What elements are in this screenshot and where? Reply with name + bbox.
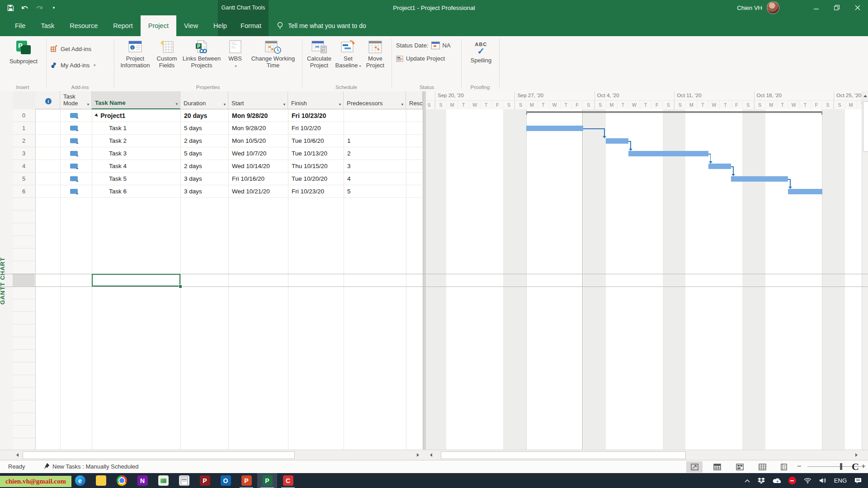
task-cell-start[interactable]: Wed 10/7/20 [228, 147, 288, 160]
project-information-button[interactable]: i Project Information [118, 38, 153, 70]
task-cell-mode[interactable] [60, 109, 92, 122]
task-cell-start[interactable]: Mon 10/5/20 [228, 135, 288, 147]
column-header-mode[interactable]: Task Mode▼ [60, 91, 92, 109]
report-view-button[interactable] [776, 461, 792, 473]
filter-arrow-icon[interactable]: ▼ [401, 103, 404, 107]
task-cell-mode[interactable] [60, 185, 92, 198]
task-usage-view-button[interactable] [709, 461, 725, 473]
tab-resource[interactable]: Resource [62, 15, 105, 36]
row-header[interactable] [13, 362, 35, 375]
row-header[interactable]: 4 [13, 160, 35, 173]
task-cell-duration[interactable]: 5 days [180, 147, 228, 160]
chart-scroll-left-button[interactable] [427, 451, 434, 459]
filter-arrow-icon[interactable]: ▼ [223, 103, 226, 107]
task-cell-name[interactable]: ▶Project1 [92, 109, 180, 122]
tab-view[interactable]: View [176, 15, 206, 36]
task-cell-res[interactable] [406, 147, 423, 160]
task-cell-name[interactable]: Task 1 [92, 122, 180, 135]
task-cell-finish[interactable]: Fri 10/2/20 [288, 122, 344, 135]
move-project-button[interactable]: Move Project [362, 38, 389, 70]
task-cell-finish[interactable]: Fri 10/23/20 [288, 109, 344, 122]
task-bar[interactable] [788, 189, 822, 194]
row-header[interactable] [13, 249, 35, 261]
row-header[interactable] [13, 286, 35, 299]
taskbar-app-onenote-icon[interactable]: N [132, 473, 152, 488]
wifi-icon[interactable] [804, 478, 811, 483]
task-cell-finish[interactable]: Fri 10/23/20 [288, 185, 344, 198]
chart-scroll-right-button[interactable] [853, 451, 860, 459]
undo-icon[interactable] [21, 4, 29, 12]
tab-project[interactable]: Project [141, 15, 176, 36]
task-cell-res[interactable] [406, 135, 423, 147]
row-header[interactable] [13, 400, 35, 413]
column-header-start[interactable]: Start▼ [228, 91, 288, 109]
task-cell-info[interactable] [35, 173, 60, 185]
restore-button[interactable] [826, 0, 847, 15]
table-scroll-left-button[interactable] [14, 451, 21, 459]
onedrive-icon[interactable] [773, 478, 781, 483]
task-cell-res[interactable] [406, 160, 423, 173]
row-header[interactable] [13, 312, 35, 324]
task-cell-mode[interactable] [60, 147, 92, 160]
task-cell-pred[interactable]: 5 [344, 185, 406, 198]
task-cell-info[interactable] [35, 135, 60, 147]
task-cell-duration[interactable]: 5 days [180, 122, 228, 135]
taskbar-app-photos-icon[interactable] [153, 473, 173, 488]
row-header[interactable] [13, 299, 35, 312]
team-planner-view-button[interactable] [731, 461, 748, 473]
row-header[interactable]: 5 [13, 173, 35, 185]
task-cell-res[interactable] [406, 109, 423, 122]
task-cell-info[interactable] [35, 160, 60, 173]
taskbar-app-chrome-icon[interactable] [112, 473, 132, 488]
table-scroll-thumb[interactable] [23, 451, 295, 459]
task-bar[interactable] [731, 176, 788, 182]
row-header[interactable]: 1 [13, 122, 35, 135]
zoom-in-button[interactable]: + [861, 462, 865, 470]
new-tasks-status[interactable]: New Tasks : Manually Scheduled [52, 463, 139, 470]
scroll-up-button[interactable] [862, 92, 868, 99]
column-header-pred[interactable]: Predecessors▼ [344, 91, 406, 109]
filter-arrow-icon[interactable]: ▼ [283, 103, 286, 107]
update-project-button[interactable]: Update Project [396, 55, 445, 62]
task-cell-start[interactable]: Fri 10/16/20 [228, 173, 288, 185]
action-center-icon[interactable] [854, 478, 862, 484]
tray-chevron-icon[interactable] [745, 479, 750, 483]
taskbar-app-edge-icon[interactable]: e [70, 473, 90, 488]
task-cell-finish[interactable]: Tue 10/6/20 [288, 135, 344, 147]
tab-task[interactable]: Task [33, 15, 62, 36]
column-header-info[interactable]: i [35, 91, 60, 109]
task-cell-info[interactable] [35, 122, 60, 135]
row-header[interactable] [13, 274, 35, 286]
taskbar-app-outlook-icon[interactable]: O [216, 473, 236, 488]
redo-icon[interactable] [35, 4, 43, 12]
task-bar[interactable] [628, 151, 708, 156]
recording-indicator-icon[interactable] [788, 477, 796, 484]
zoom-out-button[interactable]: − [797, 462, 801, 470]
task-cell-duration[interactable]: 2 days [180, 160, 228, 173]
task-cell-duration[interactable]: 3 days [180, 173, 228, 185]
summary-bar[interactable] [526, 111, 822, 113]
get-addins-button[interactable]: Get Add-ins [51, 45, 91, 52]
task-cell-finish[interactable]: Tue 10/13/20 [288, 147, 344, 160]
task-cell-mode[interactable] [60, 173, 92, 185]
task-cell-name[interactable]: Task 6 [92, 185, 180, 198]
dropbox-icon[interactable] [758, 478, 765, 484]
row-header[interactable] [13, 350, 35, 362]
filter-arrow-icon[interactable]: ▼ [338, 103, 342, 107]
vertical-scroll-thumb[interactable] [863, 101, 868, 152]
tab-format[interactable]: Format [218, 15, 284, 36]
taskbar-app-project-icon[interactable]: P [257, 473, 277, 488]
calculate-project-button[interactable]: Calculate Project [304, 38, 335, 70]
gantt-chart-area[interactable] [426, 109, 862, 450]
row-header[interactable] [13, 388, 35, 400]
vertical-scrollbar[interactable] [862, 91, 868, 450]
task-cell-name[interactable]: Task 4 [92, 160, 180, 173]
row-header[interactable] [13, 426, 35, 438]
task-cell-name[interactable]: Task 5 [92, 173, 180, 185]
filter-arrow-icon[interactable]: ▼ [175, 102, 179, 106]
row-header[interactable] [13, 324, 35, 337]
taskbar-app-file-explorer-icon[interactable] [91, 473, 111, 488]
zoom-slider-handle[interactable] [840, 463, 842, 470]
set-baseline-button[interactable]: Set Baseline▾ [334, 38, 363, 71]
taskbar-app-red-p-app-icon[interactable]: P [195, 473, 215, 488]
